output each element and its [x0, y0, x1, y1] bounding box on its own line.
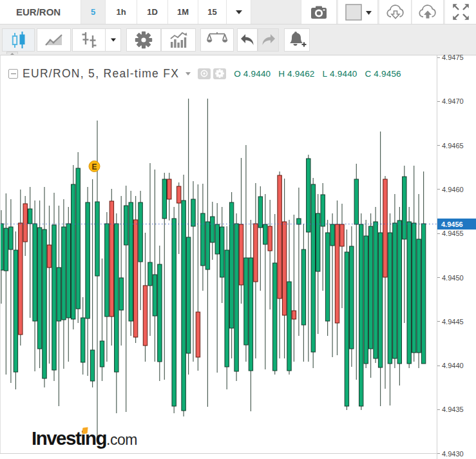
svg-text:E: E: [91, 162, 97, 171]
